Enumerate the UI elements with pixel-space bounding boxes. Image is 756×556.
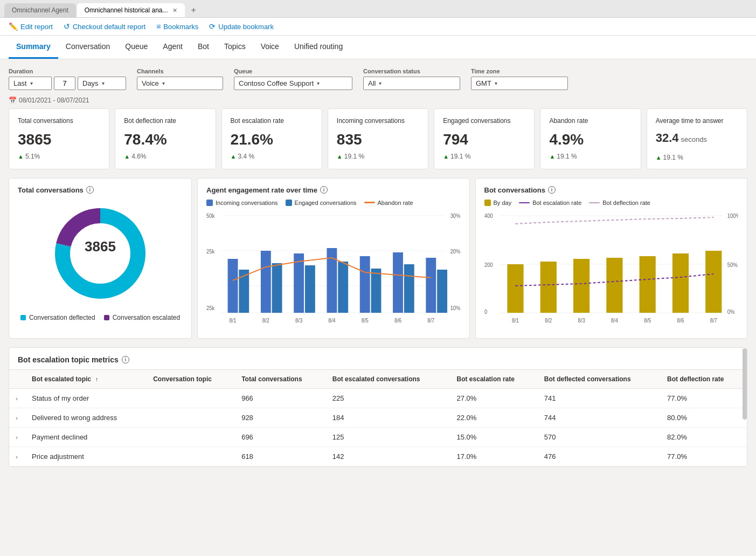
chart-title: Total conversations i	[18, 186, 183, 194]
chevron-down-icon: ▾	[495, 80, 497, 86]
cell-deflected: 744	[538, 408, 661, 427]
nav-voice[interactable]: Voice	[253, 36, 287, 59]
kpi-title: Bot escalation rate	[231, 116, 313, 126]
svg-rect-43	[507, 264, 523, 313]
th-bot-escalated-topic[interactable]: Bot escalated topic ↑	[25, 369, 147, 388]
legend-abandon: Abandon rate	[364, 200, 413, 206]
conv-status-select[interactable]: All ▾	[363, 77, 460, 90]
kpi-title: Average time to answer	[656, 116, 738, 126]
cell-deflection-rate: 80.0%	[661, 408, 747, 427]
th-expand	[9, 369, 25, 388]
queue-select[interactable]: Contoso Coffee Support ▾	[234, 77, 352, 90]
svg-rect-24	[404, 264, 414, 313]
kpi-change: ▲ 19.1 %	[337, 153, 419, 160]
kpi-bot-escalation-rate: Bot escalation rate 21.6% ▲ 3.4 %	[221, 108, 322, 169]
cell-deflection-rate: 82.0%	[661, 427, 747, 447]
charts-row: Total conversations i 3865 Conversation …	[9, 178, 747, 339]
duration-unit-select[interactable]: Days ▾	[78, 77, 126, 90]
info-icon[interactable]: i	[320, 186, 328, 194]
expand-button[interactable]: ›	[16, 454, 18, 460]
nav-unified-routing[interactable]: Unified routing	[287, 36, 350, 59]
svg-text:8/5: 8/5	[362, 318, 369, 324]
duration-value-input[interactable]	[54, 77, 75, 90]
svg-text:20%: 20%	[450, 249, 461, 255]
svg-rect-46	[606, 258, 622, 313]
nav-topics[interactable]: Topics	[217, 36, 253, 59]
scrollbar[interactable]	[743, 348, 747, 466]
nav-agent[interactable]: Agent	[155, 36, 190, 59]
tab-label: Omnichannel historical ana...	[85, 6, 168, 14]
legend-color	[104, 315, 109, 320]
cell-deflected: 476	[538, 447, 661, 466]
nav-conversation[interactable]: Conversation	[58, 36, 118, 59]
calendar-icon: 📅	[9, 97, 17, 104]
tab-label: Omnichannel Agent	[12, 6, 68, 14]
svg-text:50k: 50k	[206, 213, 214, 219]
cell-deflection-rate: 77.0%	[661, 447, 747, 466]
th-bot-escalated-conv[interactable]: Bot escalated conversations	[326, 369, 450, 388]
table-row: › Price adjustment 618 142 17.0% 476 77.…	[9, 447, 747, 466]
legend-item-escalated: Conversation escalated	[104, 314, 180, 321]
channels-label: Channels	[137, 68, 223, 74]
queue-label: Queue	[234, 68, 352, 74]
channels-select[interactable]: Voice ▾	[137, 77, 223, 90]
svg-text:8/5: 8/5	[644, 318, 651, 324]
up-arrow-icon: ▲	[124, 153, 130, 160]
donut-chart-container: 3865 Conversation deflected Conversation…	[18, 200, 183, 321]
info-icon[interactable]: i	[548, 186, 556, 194]
bot-svg: 400 200 0 100% 50% 0%	[484, 210, 739, 329]
table-header-row: Bot escalated topic ↑ Conversation topic…	[9, 369, 747, 388]
kpi-avg-time-to-answer: Average time to answer 32.4 seconds ▲ 19…	[647, 108, 747, 169]
tab-omnichannel-agent[interactable]: Omnichannel Agent	[4, 3, 76, 17]
kpi-value: 4.9%	[549, 131, 632, 148]
th-bot-escalation-rate[interactable]: Bot escalation rate	[450, 369, 538, 388]
bookmarks-icon: ≡	[156, 22, 161, 31]
nav-summary[interactable]: Summary	[9, 36, 58, 59]
expand-button[interactable]: ›	[16, 434, 18, 441]
update-bookmark-button[interactable]: ⟳ Update bookmark	[209, 22, 274, 31]
tab-close-icon[interactable]: ✕	[172, 7, 177, 14]
edit-report-button[interactable]: ✏️ Edit report	[9, 22, 53, 31]
tab-add-button[interactable]: +	[187, 3, 200, 17]
kpi-change: ▲ 4.6%	[124, 153, 206, 160]
checkout-default-button[interactable]: ↺ Checkout default report	[64, 22, 145, 31]
info-icon[interactable]: i	[86, 186, 94, 194]
svg-rect-18	[305, 265, 315, 313]
legend-escalation-rate: Bot escalation rate	[519, 200, 581, 206]
cell-topic: Payment declined	[25, 427, 147, 447]
kpi-bot-deflection-rate: Bot deflection rate 78.4% ▲ 4.6%	[115, 108, 216, 169]
svg-text:8/7: 8/7	[427, 318, 434, 324]
kpi-value: 794	[443, 131, 525, 148]
engagement-svg: 50k 25k 25k 30% 20% 10%	[206, 210, 461, 329]
legend-byday: By day	[484, 200, 512, 206]
svg-rect-15	[261, 251, 271, 313]
svg-rect-44	[540, 262, 556, 313]
filters-row: Duration Last ▾ Days ▾ Channels Voice ▾	[9, 68, 747, 90]
table-title: Bot escalation topic metrics	[18, 355, 119, 364]
expand-button[interactable]: ›	[16, 395, 18, 402]
kpi-title: Bot deflection rate	[124, 116, 206, 126]
bookmarks-label: Bookmarks	[163, 23, 198, 31]
svg-text:25k: 25k	[206, 305, 214, 311]
cell-conv-topic	[147, 408, 235, 427]
th-bot-deflection-rate[interactable]: Bot deflection rate	[661, 369, 747, 388]
nav-queue[interactable]: Queue	[117, 36, 155, 59]
th-bot-deflected-conv[interactable]: Bot deflected conversations	[538, 369, 661, 388]
kpi-total-conversations: Total conversations 3865 ▲ 5.1%	[9, 108, 109, 169]
cell-total: 696	[235, 427, 326, 447]
expand-button[interactable]: ›	[16, 415, 18, 421]
kpi-abandon-rate: Abandon rate 4.9% ▲ 19.1 %	[540, 108, 641, 169]
th-conv-topic[interactable]: Conversation topic	[147, 369, 235, 388]
duration-preset-select[interactable]: Last ▾	[9, 77, 52, 90]
legend-label: Conversation deflected	[29, 314, 95, 321]
nav-bot[interactable]: Bot	[190, 36, 217, 59]
info-icon[interactable]: i	[122, 356, 129, 363]
timezone-select[interactable]: GMT ▾	[471, 77, 568, 90]
bookmarks-button[interactable]: ≡ Bookmarks	[156, 22, 198, 31]
kpi-value: 3865	[18, 131, 100, 148]
svg-text:8/2: 8/2	[545, 318, 552, 324]
th-total-conv[interactable]: Total conversations	[235, 369, 326, 388]
legend-color	[286, 200, 292, 206]
tab-historical-analytics[interactable]: Omnichannel historical ana... ✕	[77, 3, 185, 17]
duration-filter: Duration Last ▾ Days ▾	[9, 68, 126, 90]
